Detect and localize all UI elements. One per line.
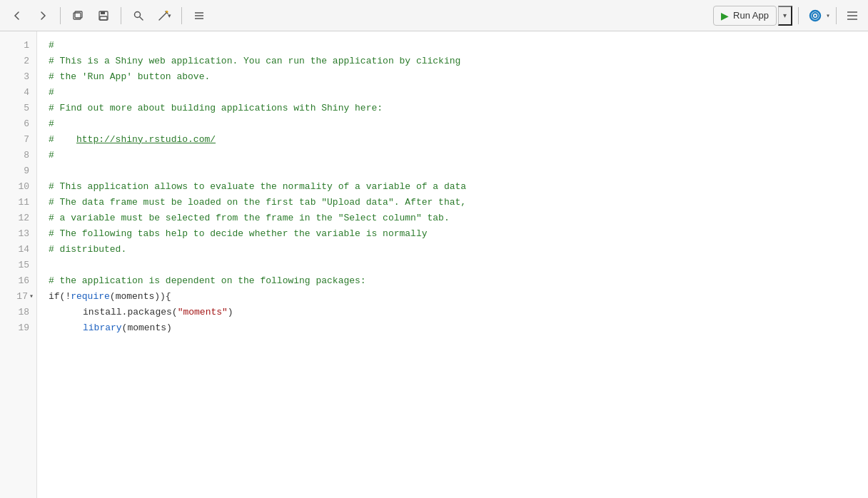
code-line-1: # [49, 37, 868, 53]
run-dropdown-arrow-icon: ▾ [783, 11, 787, 19]
line-17-if: if(! [49, 291, 71, 302]
wand-button[interactable]: ✦ ▾ [153, 4, 176, 27]
line-4-text: # [49, 87, 54, 98]
toolbar: ✦ ▾ ▶ Run App ▾ ▾ [0, 0, 868, 31]
run-icon: ▶ [721, 10, 729, 21]
hamburger-menu-button[interactable] [842, 6, 862, 26]
code-line-10: # This application allows to evaluate th… [49, 178, 868, 194]
list-button[interactable] [188, 4, 211, 27]
save-button[interactable] [92, 4, 115, 27]
code-line-14: # distributed. [49, 241, 868, 257]
line-13-text: # The following tabs help to decide whet… [49, 228, 428, 239]
line-numbers: 1 2 3 4 5 6 7 8 9 10 11 12 13 14 15 16 1… [0, 31, 37, 498]
line-num-5: 5 [0, 100, 36, 116]
separator-3 [181, 7, 182, 24]
restore-button[interactable] [66, 4, 89, 27]
line-num-17: 17▾ [0, 288, 36, 304]
code-line-17: if(!require(moments)){ [49, 288, 868, 304]
line-num-12: 12 [0, 210, 36, 225]
refresh-dropdown-arrow[interactable]: ▾ [826, 11, 830, 20]
run-app-label: Run App [733, 10, 769, 21]
line-18-string: "moments" [178, 307, 228, 317]
line-11-text: # The data frame must be loaded on the f… [49, 197, 466, 208]
line-2-text: # This is a Shiny web application. You c… [49, 56, 460, 66]
line-17-paren: (moments)){ [110, 291, 171, 302]
separator-2 [121, 7, 121, 24]
line-19-arg: (moments) [122, 322, 172, 333]
code-line-8: # [49, 147, 868, 163]
line-num-19: 19 [0, 320, 36, 335]
line-8-text: # [49, 150, 54, 161]
code-line-5: # Find out more about building applicati… [49, 100, 868, 116]
svg-point-15 [814, 14, 816, 16]
code-line-2: # This is a Shiny web application. You c… [49, 53, 868, 68]
wand-dropdown-arrow: ▾ [168, 12, 171, 19]
code-line-15 [49, 257, 868, 273]
line-1-text: # [49, 40, 54, 51]
shiny-url-link[interactable]: http://shiny.rstudio.com/ [76, 134, 216, 145]
line-num-8: 8 [0, 147, 36, 163]
fold-arrow-17[interactable]: ▾ [29, 292, 34, 300]
line-18-install: install.packages( [83, 307, 178, 317]
line-10-text: # This application allows to evaluate th… [49, 181, 466, 192]
line-7-hash: # [49, 134, 76, 145]
line-14-text: # distributed. [49, 244, 126, 255]
line-19-library: library [83, 322, 122, 333]
line-num-18: 18 [0, 304, 36, 320]
line-num-13: 13 [0, 225, 36, 241]
code-lines[interactable]: # # This is a Shiny web application. You… [37, 31, 868, 498]
line-num-6: 6 [0, 116, 36, 131]
refresh-group: ▾ [804, 6, 830, 25]
code-line-11: # The data frame must be loaded on the f… [49, 194, 868, 210]
line-3-text: # the 'Run App' button above. [49, 71, 210, 82]
svg-rect-4 [100, 16, 107, 20]
code-line-18: install.packages("moments") [49, 304, 868, 320]
code-line-13: # The following tabs help to decide whet… [49, 225, 868, 241]
run-app-button[interactable]: ▶ Run App [713, 6, 777, 26]
line-num-1: 1 [0, 37, 36, 53]
code-editor: 1 2 3 4 5 6 7 8 9 10 11 12 13 14 15 16 1… [0, 31, 868, 498]
run-app-dropdown[interactable]: ▾ [778, 6, 792, 26]
line-num-2: 2 [0, 53, 36, 68]
run-app-group: ▶ Run App ▾ [713, 6, 792, 26]
code-line-3: # the 'Run App' button above. [49, 68, 868, 84]
line-6-text: # [49, 118, 54, 129]
line-num-7: 7 [0, 131, 36, 147]
code-line-19: library(moments) [49, 320, 868, 335]
line-num-10: 10 [0, 178, 36, 194]
line-17-require: require [71, 291, 110, 302]
line-num-15: 15 [0, 257, 36, 273]
back-button[interactable] [6, 4, 29, 27]
forward-button[interactable] [31, 4, 54, 27]
code-line-9 [49, 163, 868, 178]
line-num-14: 14 [0, 241, 36, 257]
code-line-4: # [49, 84, 868, 100]
separator-5 [836, 7, 837, 24]
svg-point-5 [135, 11, 141, 17]
search-button[interactable] [127, 4, 150, 27]
line-12-text: # a variable must be selected from the f… [49, 213, 450, 223]
line-18-close: ) [228, 307, 233, 317]
line-num-11: 11 [0, 194, 36, 210]
line-num-9: 9 [0, 163, 36, 178]
code-line-6: # [49, 116, 868, 131]
code-line-16: # the application is dependent on the fo… [49, 273, 868, 288]
code-line-7: # http://shiny.rstudio.com/ [49, 131, 868, 147]
line-5-text: # Find out more about building applicati… [49, 103, 383, 113]
refresh-button[interactable] [804, 6, 826, 25]
separator-4 [798, 7, 799, 24]
svg-line-6 [140, 17, 143, 20]
line-num-3: 3 [0, 68, 36, 84]
line-num-4: 4 [0, 84, 36, 100]
code-line-12: # a variable must be selected from the f… [49, 210, 868, 225]
line-16-text: # the application is dependent on the fo… [49, 275, 366, 286]
svg-rect-3 [101, 11, 105, 14]
line-num-16: 16 [0, 273, 36, 288]
separator-1 [60, 7, 61, 24]
